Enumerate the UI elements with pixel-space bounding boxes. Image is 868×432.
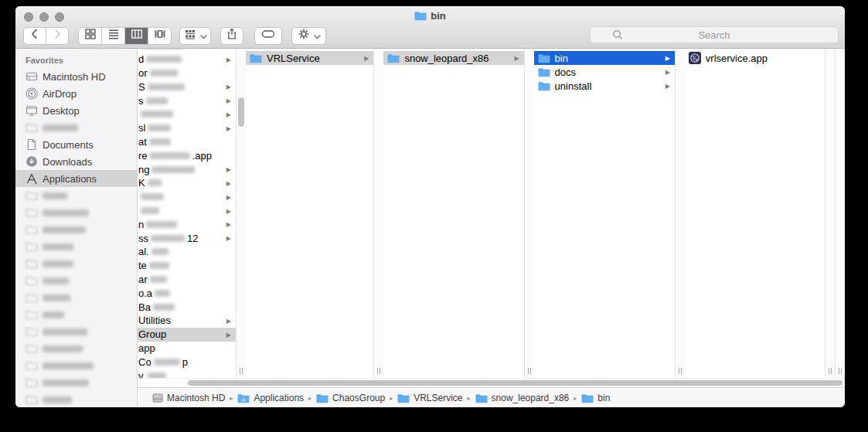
file-row-bin[interactable]: bin▶	[534, 51, 675, 65]
column-resize-handle[interactable]	[829, 368, 832, 374]
redacted-text	[43, 294, 70, 301]
icon-view-button[interactable]	[79, 28, 102, 44]
sidebar-item-redacted[interactable]	[15, 391, 137, 407]
sidebar-item-redacted[interactable]	[15, 255, 137, 272]
file-row-redacted[interactable]: re.app	[138, 148, 236, 162]
file-row-redacted[interactable]: ng▶	[138, 162, 236, 176]
file-row-redacted[interactable]: n▶	[138, 217, 236, 231]
path-item-bin[interactable]: bin	[581, 393, 610, 403]
file-row-group[interactable]: Group▶	[138, 328, 236, 342]
vertical-scrollbar-thumb[interactable]	[238, 97, 244, 127]
file-row-redacted[interactable]: sl▶	[138, 121, 236, 135]
sidebar-item-redacted[interactable]	[15, 289, 137, 306]
file-row-redacted[interactable]: or	[138, 66, 236, 80]
column-resize-handle[interactable]	[240, 368, 243, 374]
file-row-redacted[interactable]: ▶	[138, 107, 236, 121]
file-row-redacted[interactable]: K▶	[138, 176, 236, 190]
file-name: vrlservice.app	[706, 53, 768, 64]
sidebar-item-documents[interactable]: Documents	[15, 136, 137, 153]
column-resize-handle[interactable]	[528, 368, 531, 374]
file-row-uninstall[interactable]: uninstall▶	[534, 79, 675, 93]
sidebar-item-downloads[interactable]: Downloads	[15, 153, 137, 170]
sidebar-item-redacted[interactable]	[15, 306, 137, 323]
action-button[interactable]	[291, 27, 326, 45]
toolbar	[15, 25, 845, 46]
column-scrollbar-gutter[interactable]	[825, 49, 835, 378]
file-row-redacted[interactable]: Ba	[138, 300, 236, 314]
path-bar: Macintosh HD▸AApplications▸ChaosGroup▸VR…	[138, 387, 845, 407]
file-row-vrlservice[interactable]: VRLService▶	[246, 51, 373, 65]
list-view-button[interactable]	[102, 28, 125, 44]
column-scrollbar-gutter[interactable]	[675, 49, 685, 378]
file-row-app[interactable]: app	[138, 342, 236, 355]
path-item-label: bin	[597, 393, 610, 403]
sidebar-item-applications[interactable]: Applications	[15, 170, 137, 187]
file-row-snow-leopard-x86[interactable]: snow_leopard_x86▶	[383, 51, 523, 65]
path-item-applications[interactable]: AApplications	[237, 393, 304, 403]
file-row-redacted[interactable]: ss12▶	[138, 231, 236, 245]
sidebar-item-redacted[interactable]	[15, 340, 137, 357]
sidebar-item-macintosh-hd[interactable]: Macintosh HD	[15, 68, 137, 85]
sidebar-item-label: Documents	[43, 139, 94, 151]
sidebar-item-redacted[interactable]	[15, 357, 137, 374]
file-name-fragment: ar	[138, 274, 148, 285]
column-resize-handle[interactable]	[377, 368, 380, 374]
folder-icon-gray	[26, 344, 38, 354]
horizontal-scrollbar-thumb[interactable]	[188, 380, 842, 386]
redacted-text	[155, 290, 170, 297]
search-input[interactable]	[590, 26, 839, 43]
sidebar-item-redacted[interactable]	[15, 221, 137, 238]
file-row-redacted[interactable]: te	[138, 259, 236, 273]
file-row-docs[interactable]: docs▶	[534, 65, 675, 79]
file-row-redacted[interactable]: at	[138, 135, 236, 149]
title-bar[interactable]: bin	[15, 6, 845, 23]
back-button[interactable]	[24, 28, 46, 44]
column-resize-handle[interactable]	[679, 368, 682, 374]
column-scrollbar-gutter[interactable]	[373, 49, 383, 378]
disclosure-triangle-icon: ▶	[665, 83, 670, 90]
sidebar-item-redacted[interactable]	[15, 238, 137, 255]
sidebar-item-redacted[interactable]	[15, 323, 137, 340]
folder-icon	[538, 67, 550, 77]
coverflow-view-button[interactable]	[148, 28, 171, 44]
share-button[interactable]	[220, 27, 243, 45]
sidebar-item-redacted[interactable]	[15, 272, 137, 289]
column-scrollbar-gutter[interactable]	[835, 49, 845, 378]
sidebar-item-desktop[interactable]: Desktop	[15, 102, 137, 119]
path-item-vrlservice[interactable]: VRLService	[397, 393, 462, 403]
file-row-redacted[interactable]: ▶	[138, 204, 236, 218]
path-item-chaosgroup[interactable]: ChaosGroup	[316, 393, 385, 403]
sidebar-item-redacted[interactable]	[15, 187, 137, 204]
column-resize-handle[interactable]	[839, 368, 842, 374]
arrange-button[interactable]	[179, 27, 211, 45]
horizontal-scrollbar[interactable]	[138, 378, 845, 387]
file-row-redacted[interactable]: d▶	[138, 53, 236, 66]
sidebar-item-airdrop[interactable]: AirDrop	[15, 85, 137, 102]
file-row-redacted[interactable]: s▶	[138, 94, 236, 107]
column-view-button[interactable]	[125, 28, 148, 44]
file-row-redacted[interactable]: ar	[138, 273, 236, 287]
folder-icon-gray	[26, 123, 38, 133]
folder-icon-gray	[26, 395, 38, 405]
column-scrollbar-gutter[interactable]	[236, 49, 246, 378]
file-row-redacted[interactable]: al.	[138, 245, 236, 259]
path-item-macintosh-hd[interactable]: Macintosh HD	[152, 393, 225, 403]
tag-button[interactable]	[254, 27, 282, 45]
sidebar-item-redacted[interactable]	[15, 374, 137, 391]
file-row-redacted[interactable]: Cop	[138, 355, 236, 369]
file-row-redacted[interactable]: S▶	[138, 80, 236, 94]
file-row-redacted[interactable]: ▶	[138, 190, 236, 204]
file-row-vrlservice-app[interactable]: Vlsvrlservice.app	[685, 51, 825, 65]
snow-leopard-x86-column: bin▶docs▶uninstall▶	[534, 49, 685, 378]
file-row-utilities[interactable]: Utilities▶	[138, 314, 236, 328]
file-row-redacted[interactable]: o.a	[138, 286, 236, 300]
redacted-text	[149, 138, 171, 145]
sidebar-item-redacted[interactable]	[15, 204, 137, 221]
sidebar-item-redacted[interactable]	[15, 119, 137, 136]
disclosure-triangle-icon: ▶	[226, 208, 231, 215]
path-item-label: ChaosGroup	[332, 393, 385, 403]
forward-button[interactable]	[46, 28, 68, 44]
file-row-redacted[interactable]: v.	[138, 369, 236, 378]
path-item-snow-leopard-x86[interactable]: snow_leopard_x86	[475, 393, 570, 403]
column-scrollbar-gutter[interactable]	[524, 49, 534, 378]
